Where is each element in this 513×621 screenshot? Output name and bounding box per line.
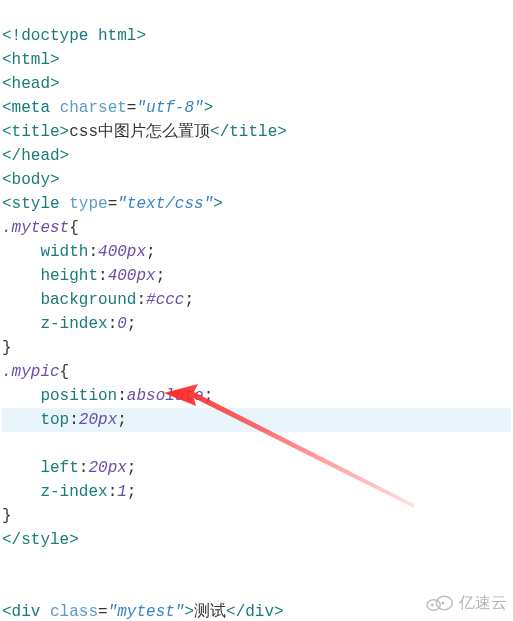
head-close-tag: </head> [2, 147, 69, 165]
selector-mytest: .mytest [2, 219, 69, 237]
val-height: 400px [108, 267, 156, 285]
meta-attr-value: "utf-8" [136, 99, 203, 117]
code-line-highlighted: top:20px; [2, 408, 511, 432]
div-open: <div [2, 603, 40, 621]
val-top: 20px [79, 411, 117, 429]
val-zindex1: 1 [117, 483, 127, 501]
code-line: } [2, 339, 12, 357]
code-line: <title>css中图片怎么置顶</title> [2, 123, 287, 141]
val-zindex0: 0 [117, 315, 127, 333]
prop-width: width [40, 243, 88, 261]
colon: : [88, 243, 98, 261]
meta-attr-name: charset [60, 99, 127, 117]
style-close-tag: </style> [2, 531, 79, 549]
code-line: z-index:0; [2, 315, 136, 333]
brace-close: } [2, 339, 12, 357]
semi: ; [204, 387, 214, 405]
code-line: .mypic{ [2, 363, 69, 381]
indent [2, 315, 40, 333]
prop-background: background [40, 291, 136, 309]
code-line-blank [2, 555, 12, 573]
code-line-blank [2, 579, 12, 597]
code-line: <html> [2, 51, 60, 69]
prop-left: left [40, 459, 78, 477]
code-block: <!doctype html> <html> <head> <meta char… [0, 0, 513, 621]
val-background: #ccc [146, 291, 184, 309]
body-open-tag: <body> [2, 171, 60, 189]
semi: ; [127, 315, 137, 333]
prop-zindex: z-index [40, 315, 107, 333]
code-line: <div class="mytest">测试</div> [2, 603, 284, 621]
code-line: <!doctype html> [2, 27, 146, 45]
semi: ; [127, 459, 137, 477]
code-line: <style type="text/css"> [2, 195, 223, 213]
style-attr-name: type [69, 195, 107, 213]
prop-top: top [40, 411, 69, 429]
html-open-tag: <html> [2, 51, 60, 69]
val-width: 400px [98, 243, 146, 261]
colon: : [98, 267, 108, 285]
div-close: </div> [226, 603, 284, 621]
indent [2, 267, 40, 285]
code-line: left:20px; [2, 459, 136, 477]
colon: : [108, 315, 118, 333]
code-line: <meta charset="utf-8"> [2, 99, 213, 117]
semi: ; [117, 411, 127, 429]
div-class-val: "mytest" [108, 603, 185, 621]
indent [2, 291, 40, 309]
val-left: 20px [88, 459, 126, 477]
semi: ; [127, 483, 137, 501]
code-line: z-index:1; [2, 483, 136, 501]
brace-open: { [69, 219, 79, 237]
svg-point-3 [431, 604, 434, 607]
gt: > [184, 603, 194, 621]
colon: : [108, 483, 118, 501]
indent [2, 243, 40, 261]
code-line: .mytest{ [2, 219, 79, 237]
val-position: absolute [127, 387, 204, 405]
code-line: </head> [2, 147, 69, 165]
title-open: <title> [2, 123, 69, 141]
code-line: position:absolute; [2, 387, 213, 405]
equals: = [108, 195, 118, 213]
head-open-tag: <head> [2, 75, 60, 93]
colon: : [69, 411, 79, 429]
brace-close: } [2, 507, 12, 525]
code-line: </style> [2, 531, 79, 549]
style-open-close: > [213, 195, 223, 213]
code-line: background:#ccc; [2, 291, 194, 309]
meta-tag-open: <meta [2, 99, 50, 117]
colon: : [136, 291, 146, 309]
watermark-text: 亿速云 [459, 591, 507, 615]
style-open-tag: <style [2, 195, 60, 213]
semi: ; [184, 291, 194, 309]
code-line: <body> [2, 171, 60, 189]
equals: = [127, 99, 137, 117]
prop-position: position [40, 387, 117, 405]
class-attr: class [50, 603, 98, 621]
cloud-icon [423, 593, 455, 613]
brace-open: { [60, 363, 70, 381]
title-close: </title> [210, 123, 287, 141]
watermark: 亿速云 [423, 591, 507, 615]
div-text: 测试 [194, 603, 226, 621]
style-attr-value: "text/css" [117, 195, 213, 213]
code-line: <head> [2, 75, 60, 93]
indent [2, 483, 40, 501]
selector-mypic: .mypic [2, 363, 60, 381]
svg-point-4 [442, 602, 445, 605]
doctype-tag: <!doctype html> [2, 27, 146, 45]
prop-height: height [40, 267, 98, 285]
code-line: width:400px; [2, 243, 156, 261]
semi: ; [146, 243, 156, 261]
colon: : [79, 459, 89, 477]
equals: = [98, 603, 108, 621]
indent [2, 387, 40, 405]
meta-close: > [204, 99, 214, 117]
prop-zindex: z-index [40, 483, 107, 501]
colon: : [117, 387, 127, 405]
title-text: css中图片怎么置顶 [69, 123, 210, 141]
code-line: height:400px; [2, 267, 165, 285]
semi: ; [156, 267, 166, 285]
indent [2, 459, 40, 477]
